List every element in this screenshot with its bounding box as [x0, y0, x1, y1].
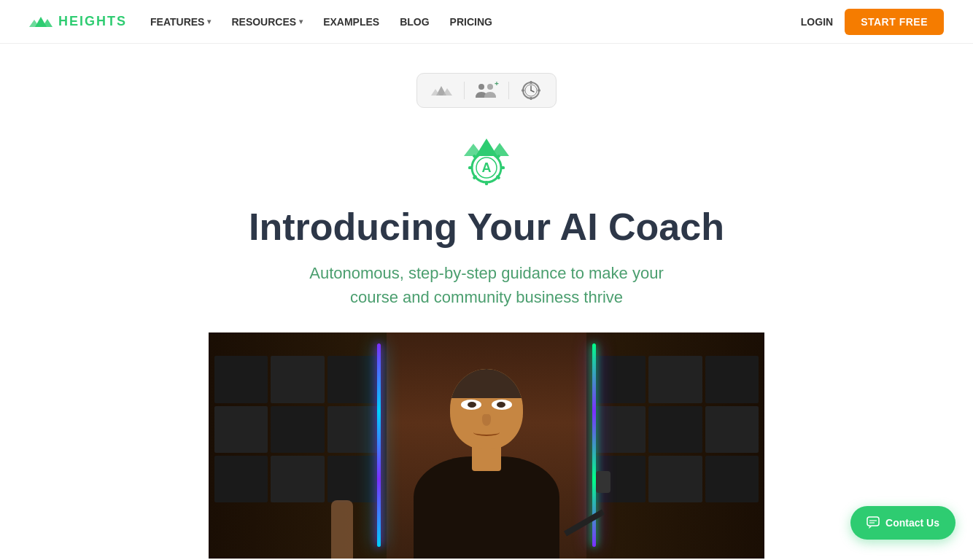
nav-features[interactable]: FEATURES ▾: [150, 16, 211, 28]
svg-rect-14: [538, 90, 540, 92]
svg-point-7: [487, 84, 493, 90]
chat-icon: [867, 516, 880, 529]
svg-rect-11: [530, 81, 532, 84]
icon-bar-people: +: [473, 79, 500, 101]
contact-us-button[interactable]: Contact Us: [850, 506, 955, 540]
navbar: HEIGHTS FEATURES ▾ RESOURCES ▾ EXAMPLES …: [0, 0, 973, 44]
logo-text: HEIGHTS: [58, 14, 127, 29]
features-chevron-icon: ▾: [207, 18, 211, 26]
hero-video[interactable]: [209, 332, 764, 559]
logo[interactable]: HEIGHTS: [29, 14, 127, 30]
nav-pricing[interactable]: PRICING: [450, 16, 492, 28]
svg-rect-25: [500, 166, 505, 169]
svg-rect-24: [468, 166, 473, 169]
login-button[interactable]: LOGIN: [801, 16, 833, 28]
logo-mountain-icon: [29, 14, 53, 30]
icon-bar-divider-1: [464, 82, 465, 99]
clock-gear-icon: [521, 80, 541, 101]
icon-bar-mountains: [429, 79, 455, 101]
mountains-icon: [431, 82, 453, 98]
svg-rect-31: [867, 517, 879, 526]
svg-line-16: [531, 90, 534, 92]
hero-section: +: [0, 44, 973, 559]
nav-resources[interactable]: RESOURCES ▾: [231, 16, 303, 28]
people-icon: +: [474, 82, 499, 99]
icon-bar-clock-gear: [518, 79, 544, 101]
resources-chevron-icon: ▾: [299, 18, 303, 26]
logo-icon: [29, 14, 53, 30]
svg-rect-12: [530, 97, 532, 100]
svg-rect-22: [485, 150, 488, 155]
nav-links: FEATURES ▾ RESOURCES ▾ EXAMPLES BLOG PRI…: [150, 16, 492, 28]
start-free-button[interactable]: START FREE: [845, 9, 944, 35]
nav-blog[interactable]: BLOG: [400, 16, 429, 28]
svg-rect-23: [485, 181, 488, 185]
svg-text:A: A: [482, 160, 492, 175]
contact-us-label: Contact Us: [885, 517, 939, 529]
nav-examples[interactable]: EXAMPLES: [323, 16, 379, 28]
navbar-right: LOGIN START FREE: [801, 9, 944, 35]
svg-point-6: [478, 84, 484, 90]
svg-rect-13: [522, 90, 524, 92]
navbar-left: HEIGHTS FEATURES ▾ RESOURCES ▾ EXAMPLES …: [29, 14, 492, 30]
icon-bar-divider-2: [508, 82, 509, 99]
ai-coach-logo: A: [454, 125, 519, 191]
icon-bar: +: [416, 73, 557, 108]
hero-subtitle: Autonomous, step-by-step guidance to mak…: [309, 261, 664, 309]
svg-text:+: +: [495, 82, 499, 88]
hero-title: Introducing Your AI Coach: [249, 206, 724, 249]
